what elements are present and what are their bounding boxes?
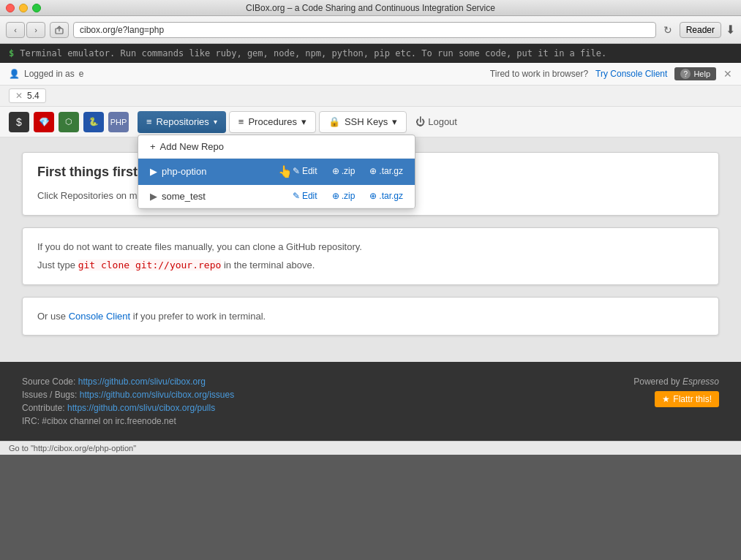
procedures-caret: ▾ [301, 116, 306, 127]
nav-buttons: ‹ › [6, 22, 45, 38]
some-test-edit-link[interactable]: ✎ Edit [293, 191, 317, 201]
procedures-button[interactable]: ≡ Procedures ▾ [229, 111, 316, 133]
logged-in-right: Tired to work in browser? Try Console Cl… [490, 67, 732, 80]
browser-toolbar: ‹ › ↻ Reader ⬇ [0, 16, 741, 44]
logout-label: Logout [428, 116, 457, 127]
maximize-button[interactable] [32, 4, 41, 12]
repo-php-option-content: ▶ php-option 👆 ✎ Edit ⊕ .zip ⊕ [150, 164, 403, 178]
address-bar[interactable] [73, 22, 656, 38]
zip-icon-2: ⊕ [332, 191, 339, 201]
terminal-text: Terminal emulator. Run commands like rub… [20, 48, 606, 58]
clone-in-terminal: in the terminal above. [224, 260, 315, 270]
play-icon: ▶ [150, 166, 157, 177]
contribute-link[interactable]: https://github.com/slivu/cibox.org/pulls [67, 403, 215, 413]
console-client-link[interactable]: Console Client [69, 311, 131, 322]
source-code-label: Source Code: [22, 377, 75, 387]
repositories-dropdown: ≡ Repositories ▾ + Add New Repo ▶ php-op… [138, 111, 226, 133]
targz-icon: ⊕ [369, 166, 377, 176]
console-prefer: if you prefer to work in terminal. [133, 311, 266, 322]
logged-in-bar: 👤 Logged in as e Tired to work in browse… [0, 63, 741, 86]
lang-php-icon[interactable]: PHP [108, 112, 129, 132]
terminal-bar: $ Terminal emulator. Run commands like r… [0, 44, 741, 63]
close-button[interactable] [6, 4, 15, 12]
play-icon-2: ▶ [150, 191, 157, 202]
repo-some-test-actions: ✎ Edit ⊕ .zip ⊕ .tar.gz [293, 191, 403, 201]
irc-text: IRC: #cibox channel on irc.freenode.net [22, 416, 176, 426]
issues-link[interactable]: https://github.com/slivu/cibox.org/issue… [80, 390, 234, 400]
clone-line1: If you do not want to create files manua… [37, 240, 704, 254]
targz-label: .tar.gz [379, 166, 403, 176]
edit-icon-2: ✎ [293, 191, 300, 201]
repositories-button[interactable]: ≡ Repositories ▾ [138, 111, 226, 133]
ssh-lock-icon: 🔒 [328, 116, 340, 127]
contribute-label: Contribute: [22, 403, 65, 413]
source-code-link[interactable]: https://github.com/slivu/cibox.org [78, 377, 206, 387]
reload-button[interactable]: ↻ [661, 24, 675, 36]
php-option-edit-link[interactable]: ✎ Edit [293, 166, 317, 176]
minimize-button[interactable] [19, 4, 28, 12]
lang-gem-icon[interactable]: ⬡ [59, 112, 79, 132]
share-icon [54, 25, 64, 35]
lang-ruby-icon[interactable]: 💎 [34, 112, 54, 132]
version-close-button[interactable]: ✕ [15, 91, 23, 101]
repo-item-some-test[interactable]: ▶ some_test ✎ Edit ⊕ .zip ⊕ .t [138, 185, 415, 208]
ssh-keys-button[interactable]: 🔒 SSH Keys ▾ [319, 111, 407, 133]
footer-left: Source Code: https://github.com/slivu/ci… [22, 377, 234, 426]
add-new-repo-item[interactable]: + Add New Repo [138, 135, 415, 159]
espresso-link[interactable]: Espresso [682, 377, 719, 387]
procedures-menu-icon: ≡ [238, 116, 244, 127]
console-box: Or use Console Client if you prefer to w… [22, 297, 719, 336]
flattr-button[interactable]: ★ Flattr this! [655, 391, 719, 407]
logged-in-label: Logged in as [24, 69, 75, 79]
footer-irc-line: IRC: #cibox channel on irc.freenode.net [22, 416, 234, 426]
plus-icon: + [150, 141, 156, 152]
repo-php-option-actions: ✎ Edit ⊕ .zip ⊕ .tar.gz [293, 166, 403, 176]
menu-icon: ≡ [146, 116, 152, 127]
flattr-icon: ★ [662, 394, 670, 404]
share-button[interactable] [50, 22, 69, 38]
reader-button[interactable]: Reader [680, 22, 721, 38]
edit-label-2: Edit [302, 191, 317, 201]
footer-source-line: Source Code: https://github.com/slivu/ci… [22, 377, 234, 387]
tired-text: Tired to work in browser? [490, 69, 588, 79]
repo-php-option-name: php-option [162, 166, 278, 177]
console-or-use: Or use [37, 311, 66, 322]
php-option-targz-link[interactable]: ⊕ .tar.gz [369, 166, 403, 176]
close-notification-button[interactable]: ✕ [723, 68, 732, 80]
version-badge: ✕ 5.4 [9, 88, 46, 103]
version-value: 5.4 [27, 91, 40, 101]
some-test-zip-link[interactable]: ⊕ .zip [332, 191, 356, 201]
forward-button[interactable]: › [26, 22, 45, 38]
back-button[interactable]: ‹ [6, 22, 25, 38]
lang-dollar-icon[interactable]: $ [9, 112, 29, 132]
edit-label: Edit [302, 166, 317, 176]
downloads-button[interactable]: ⬇ [726, 23, 735, 37]
php-option-zip-link[interactable]: ⊕ .zip [332, 166, 356, 176]
powered-by-label: Powered by [633, 377, 680, 387]
edit-icon: ✎ [293, 166, 300, 176]
logout-button[interactable]: ⏻ Logout [410, 113, 463, 131]
terminal-prompt: $ [9, 48, 14, 58]
try-console-link[interactable]: Try Console Client [595, 69, 667, 79]
flattr-label: Flattr this! [673, 394, 712, 404]
clone-line2: Just type git clone git://your.repo in t… [37, 258, 704, 273]
footer-issues-line: Issues / Bugs: https://github.com/slivu/… [22, 390, 234, 400]
repositories-caret: ▾ [214, 118, 217, 126]
cursor-indicator: 👆 [278, 164, 293, 178]
console-text: Or use Console Client if you prefer to w… [37, 309, 704, 324]
add-new-repo-label: Add New Repo [160, 141, 224, 152]
repo-item-php-option[interactable]: ▶ php-option 👆 ✎ Edit ⊕ .zip ⊕ [138, 159, 415, 185]
window-title: CIBox.org – a Code Sharing and Continuou… [246, 3, 495, 13]
help-button[interactable]: ? Help [674, 67, 716, 80]
help-label: Help [693, 69, 710, 78]
traffic-lights [6, 4, 41, 12]
user-icon: 👤 [9, 69, 20, 79]
procedures-label: Procedures [248, 116, 296, 127]
power-icon: ⏻ [415, 116, 425, 127]
clone-code: git clone git://your.repo [78, 260, 222, 270]
clone-just-type: Just type [37, 260, 75, 270]
powered-by: Powered by Espresso [633, 377, 719, 387]
lang-python-icon[interactable]: 🐍 [83, 112, 104, 132]
some-test-targz-link[interactable]: ⊕ .tar.gz [369, 191, 403, 201]
version-bar: ✕ 5.4 [0, 86, 741, 107]
